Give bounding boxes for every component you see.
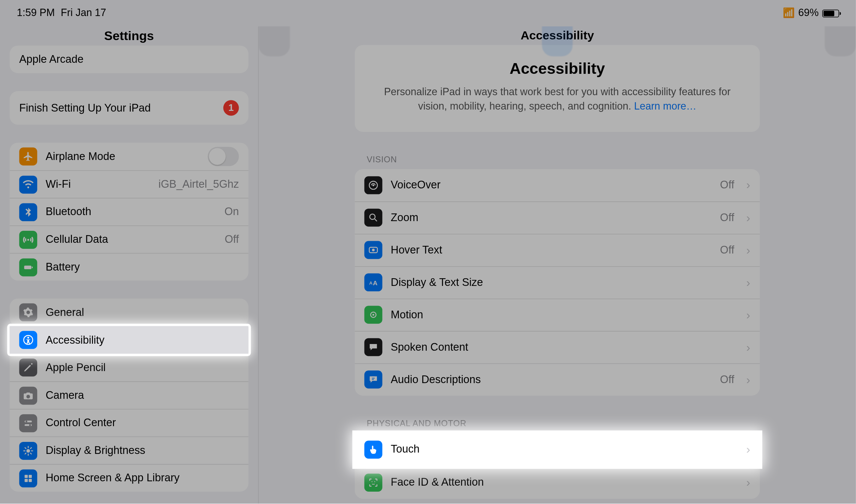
sidebar-item-apple-pencil[interactable]: Apple Pencil [10,354,249,381]
row-label: Display & Text Size [391,276,734,289]
row-label: Cellular Data [46,233,216,246]
row-label: Audio Descriptions [391,373,712,386]
svg-point-22 [372,481,373,482]
item-display-text-size[interactable]: AA Display & Text Size › [355,266,760,298]
chevron-right-icon: › [746,373,750,386]
row-label: Finish Setting Up Your iPad [19,102,215,114]
svg-text:A: A [373,280,377,287]
chevron-right-icon: › [746,308,750,322]
item-audio-descriptions[interactable]: Audio Descriptions Off › [355,363,760,395]
sidebar-item-home-screen[interactable]: Home Screen & App Library [10,464,249,492]
accessibility-icon [19,331,37,349]
sidebar-item-bluetooth[interactable]: Bluetooth On [10,198,249,226]
item-face-id-attention[interactable]: Face ID & Attention › [355,466,760,499]
row-label: Hover Text [391,244,712,256]
svg-point-17 [372,249,375,252]
item-motion[interactable]: Motion › [355,298,760,331]
row-value: iGB_Airtel_5Ghz [158,178,239,191]
learn-more-link[interactable]: Learn more… [634,101,697,112]
sidebar-item-finish-setup[interactable]: Finish Setting Up Your iPad 1 [10,91,249,125]
item-voiceover[interactable]: VoiceOver Off › [355,169,760,201]
row-label: Motion [391,309,734,321]
sidebar-item-airplane-mode[interactable]: Airplane Mode [10,143,249,170]
chevron-right-icon: › [746,443,750,456]
chevron-right-icon: › [746,275,750,289]
audio-descriptions-icon [364,371,382,389]
home-screen-icon [19,469,37,487]
sidebar-item-wifi[interactable]: Wi-Fi iGB_Airtel_5Ghz [10,170,249,198]
row-label: Display & Brightness [46,444,239,457]
svg-rect-1 [32,266,33,268]
sidebar-item-apple-arcade[interactable]: Apple Arcade [10,46,249,73]
motion-icon [364,306,382,324]
row-label: Home Screen & App Library [46,472,239,485]
sidebar-item-battery[interactable]: Battery [10,253,249,281]
chevron-right-icon: › [746,475,750,489]
svg-text:A: A [369,281,373,286]
svg-point-6 [25,420,27,422]
hero-title: Accessibility [373,59,742,78]
svg-rect-9 [25,474,28,478]
svg-point-14 [373,184,374,186]
hover-text-icon [364,241,382,259]
row-value: Off [720,373,734,386]
row-label: Touch [391,443,734,456]
svg-point-8 [27,449,30,453]
item-touch[interactable]: Touch › [355,433,760,466]
zoom-icon [364,209,382,227]
svg-point-23 [374,481,375,482]
sidebar-item-accessibility[interactable]: Accessibility [10,326,249,354]
cellular-icon [19,231,37,249]
sidebar-item-control-center[interactable]: Control Center [10,409,249,436]
airplane-icon [19,148,37,166]
row-label: Spoken Content [391,341,734,354]
row-value: On [224,206,239,218]
wifi-icon [783,7,795,19]
battery-percent: 69% [798,7,819,19]
row-label: Apple Arcade [19,53,239,66]
row-value: Off [720,179,734,192]
brightness-icon [19,442,37,460]
hero-text: Personalize iPad in ways that work best … [373,85,742,113]
svg-rect-12 [29,479,32,482]
sidebar-item-general[interactable]: General [10,299,249,326]
svg-point-7 [29,424,31,426]
chevron-right-icon: › [746,211,750,224]
svg-point-21 [373,314,374,316]
row-label: Wi-Fi [46,178,150,191]
notification-badge: 1 [223,100,239,116]
airplane-toggle[interactable] [208,147,239,166]
item-zoom[interactable]: Zoom Off › [355,201,760,233]
item-spoken-content[interactable]: Spoken Content › [355,331,760,363]
item-hover-text[interactable]: Hover Text Off › [355,233,760,266]
chevron-right-icon: › [746,340,750,354]
svg-point-15 [370,214,375,219]
accessibility-hero: Accessibility Personalize iPad in ways t… [355,45,760,132]
sidebar-item-cellular-data[interactable]: Cellular Data Off [10,226,249,253]
detail-pane: Accessibility Accessibility Personalize … [258,26,856,504]
bluetooth-icon [19,203,37,221]
face-id-icon [364,473,382,491]
camera-icon [19,386,37,404]
section-header-physical: Physical and Motor [367,418,856,428]
status-date: Fri Jan 17 [61,7,106,19]
row-label: Airplane Mode [46,150,199,163]
row-value: Off [720,212,734,224]
row-label: Bluetooth [46,206,216,218]
sidebar-item-camera[interactable]: Camera [10,381,249,409]
row-label: Zoom [391,212,712,224]
sidebar-item-display-brightness[interactable]: Display & Brightness [10,436,249,464]
row-label: Apple Pencil [46,361,239,374]
row-value: Off [225,233,239,246]
wifi-icon [19,175,37,193]
row-label: VoiceOver [391,179,712,192]
battery-icon [822,10,839,17]
status-time: 1:59 PM [17,7,55,19]
svg-rect-0 [24,265,31,269]
row-label: Face ID & Attention [391,476,734,489]
spoken-content-icon [364,338,382,356]
voiceover-icon [364,176,382,194]
row-label: General [46,306,239,319]
svg-point-3 [28,337,29,338]
row-label: Accessibility [46,334,239,346]
